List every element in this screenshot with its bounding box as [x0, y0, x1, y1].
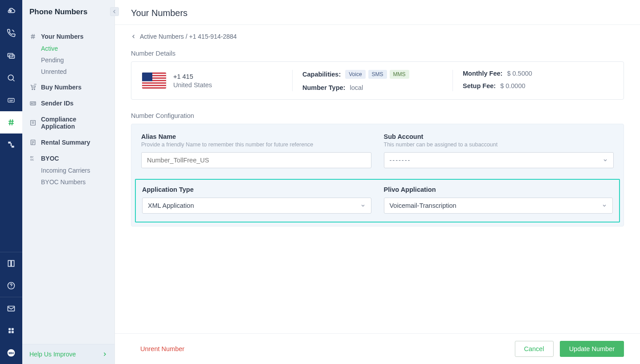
field-sub-account: Sub Account This number can be assigned … — [384, 133, 614, 168]
nav-pending[interactable]: Pending — [41, 54, 107, 66]
svg-rect-13 — [12, 146, 14, 148]
nav-byoc-label: BYOC — [41, 155, 59, 162]
chevron-left-icon — [131, 34, 136, 39]
nav-byoc-numbers[interactable]: BYOC Numbers — [41, 176, 107, 188]
svg-rect-50 — [142, 85, 166, 86]
rail-apps[interactable] — [0, 320, 22, 342]
chevron-down-icon — [360, 203, 366, 208]
rail-support-ticket[interactable] — [0, 297, 22, 320]
badge-voice: Voice — [345, 70, 365, 79]
rail-account[interactable]: MH — [0, 342, 22, 364]
config-grid: Alias Name Provide a friendly Name to re… — [141, 133, 614, 216]
rail-help[interactable] — [0, 275, 22, 297]
cloud-icon — [7, 7, 16, 16]
section-details-label: Number Details — [131, 50, 624, 57]
hash-icon — [7, 118, 16, 127]
collapse-sidebar-button[interactable] — [110, 7, 119, 16]
flag-us-icon — [142, 73, 166, 89]
setup-fee-row: Setup Fee: $ 0.0000 — [463, 82, 603, 89]
rail-zentrunk[interactable] — [0, 133, 22, 156]
details-country-col: +1 415 United States — [142, 70, 292, 91]
nav-active[interactable]: Active — [41, 43, 107, 54]
subaccount-label: Sub Account — [384, 133, 614, 140]
nav-your-numbers[interactable]: Your Numbers — [29, 30, 107, 43]
chevron-right-icon — [102, 352, 107, 357]
help-us-improve[interactable]: Help Us Improve — [22, 344, 114, 364]
svg-text:SIP: SIP — [9, 99, 13, 102]
subaccount-hint: This number can be assigned to a subacco… — [384, 142, 614, 148]
country-name: United States — [173, 81, 212, 89]
cancel-button[interactable]: Cancel — [515, 341, 554, 357]
svg-rect-1 — [10, 10, 11, 12]
svg-line-5 — [13, 80, 15, 81]
hash-icon — [29, 33, 37, 40]
phone-icon — [7, 29, 16, 38]
sip-icon: SIP — [7, 96, 16, 105]
main-body: Active Numbers / +1 415-914-2884 Number … — [115, 25, 640, 333]
rail-docs[interactable] — [0, 252, 22, 275]
nav-group-compliance: Compliance Application — [22, 109, 114, 133]
footer-actions: Cancel Update Number — [515, 341, 624, 357]
plivo-app-select[interactable]: Voicemail-Transcription — [384, 198, 613, 214]
capabilities-row: Capabilities: Voice SMS MMS — [302, 70, 443, 79]
section-config-label: Number Configuration — [131, 112, 624, 119]
nav-unrented[interactable]: Unrented — [41, 66, 107, 77]
number-type-label: Number Type: — [302, 84, 345, 91]
number-type-row: Number Type: local — [302, 84, 443, 91]
alias-label: Alias Name — [141, 133, 371, 140]
svg-point-4 — [8, 75, 13, 80]
update-number-button[interactable]: Update Number — [560, 341, 624, 357]
details-fees-col: Monthly Fee: $ 0.5000 Setup Fee: $ 0.000… — [453, 70, 613, 91]
nav-buy-numbers-label: Buy Numbers — [41, 84, 82, 91]
svg-rect-17 — [8, 306, 15, 311]
app-type-label: Application Type — [142, 186, 371, 193]
breadcrumb-current: +1 415-914-2884 — [189, 33, 236, 40]
nav-rental-label: Rental Summary — [41, 139, 90, 146]
nav-compliance[interactable]: Compliance Application — [29, 113, 107, 133]
subaccount-select[interactable]: ------- — [384, 152, 614, 168]
svg-text:OC: OC — [30, 158, 34, 161]
svg-line-11 — [12, 119, 13, 125]
monthly-fee-row: Monthly Fee: $ 0.5000 — [463, 70, 603, 77]
svg-rect-49 — [142, 82, 166, 84]
mail-icon — [7, 304, 16, 313]
nav-byoc-sub: Incoming Carriers BYOC Numbers — [29, 165, 107, 188]
number-details-card: +1 415 United States Capabilities: Voice… — [131, 61, 624, 100]
nav-sender-ids[interactable]: Sender IDs — [29, 97, 107, 109]
nav-group-byoc: BYOC BYOC Incoming Carriers BYOC Numbers — [22, 149, 114, 188]
breadcrumb[interactable]: Active Numbers / +1 415-914-2884 — [131, 33, 624, 40]
svg-rect-18 — [8, 328, 11, 330]
rail-messaging[interactable] — [0, 44, 22, 67]
nav-rental[interactable]: Rental Summary — [29, 136, 107, 149]
byoc-icon: BYOC — [29, 155, 37, 162]
rail-logo[interactable] — [0, 0, 22, 22]
icon-rail: SIP MH — [0, 0, 22, 364]
capabilities-label: Capabilities: — [302, 71, 341, 78]
capability-badges: Voice SMS MMS — [345, 70, 409, 79]
rail-phone-numbers[interactable] — [0, 111, 22, 133]
unrent-number-button[interactable]: Unrent Number — [131, 341, 194, 357]
app-type-select[interactable]: XML Application — [142, 198, 371, 214]
svg-rect-12 — [8, 142, 11, 143]
svg-rect-20 — [8, 331, 11, 333]
svg-point-16 — [11, 287, 11, 288]
main: Your Numbers Active Numbers / +1 415-914… — [115, 0, 640, 364]
svg-text:BY: BY — [30, 156, 34, 158]
alias-hint: Provide a friendly Name to remember this… — [141, 142, 371, 148]
account-avatar-icon: MH — [7, 348, 16, 357]
nav-byoc[interactable]: BYOC BYOC — [29, 152, 107, 165]
nav-buy-numbers[interactable]: 123 Buy Numbers — [29, 81, 107, 93]
rail-sip[interactable]: SIP — [0, 89, 22, 111]
subaccount-value: ------- — [390, 157, 411, 164]
alias-input[interactable] — [141, 152, 371, 168]
svg-rect-14 — [11, 143, 12, 146]
rail-lookup[interactable] — [0, 67, 22, 89]
field-alias: Alias Name Provide a friendly Name to re… — [141, 133, 371, 168]
id-icon — [29, 100, 37, 107]
rail-voice[interactable] — [0, 22, 22, 44]
svg-rect-51 — [142, 87, 166, 89]
area-code: +1 415 — [173, 73, 212, 80]
nav-compliance-label: Compliance Application — [41, 116, 107, 130]
number-type-value: local — [350, 84, 363, 91]
nav-incoming-carriers[interactable]: Incoming Carriers — [41, 165, 107, 176]
